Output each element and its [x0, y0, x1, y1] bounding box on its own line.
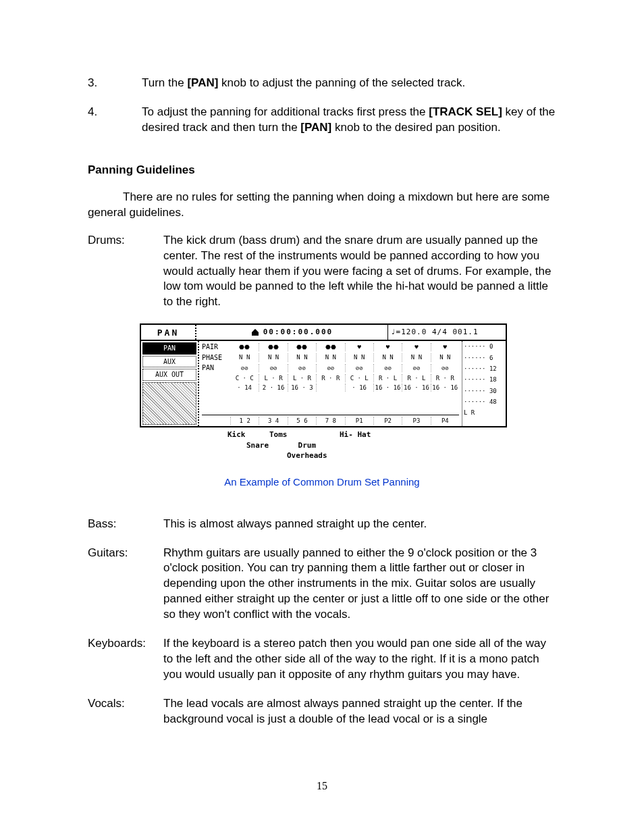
step-number: 4. — [88, 105, 142, 136]
grid-cell: · 14 — [230, 384, 259, 392]
step-text: To adjust the panning for additional tra… — [142, 105, 556, 136]
lcd-tempo: ♩=120.0 4/4 001.1 — [388, 325, 506, 340]
grid-cell: N N — [259, 353, 287, 361]
def-desc: Rhythm guitars are usually panned to eit… — [163, 546, 556, 623]
track-label: 5 6 — [288, 417, 316, 425]
grid-cell: · 16 — [345, 384, 373, 392]
track-label: 3 4 — [259, 417, 287, 425]
row-label-pair: PAIR — [202, 342, 230, 352]
def-term: Keyboards: — [88, 636, 163, 683]
menu-item-auxout: AUX OUT — [142, 369, 196, 381]
grid-cell: ⊘⊘ — [259, 364, 287, 372]
lcd-timecode-cell: 00:00:00.000 — [196, 325, 388, 340]
meter-mark: ······ 48 — [464, 398, 504, 406]
row-label-pan: PAN — [202, 363, 230, 373]
menu-empty — [142, 382, 196, 425]
grid-cell: ⊘⊘ — [230, 364, 259, 372]
grid-cell: ♥ — [402, 343, 430, 351]
grid-cell: ⊘⊘ — [431, 364, 459, 372]
grid-cell: ⬣⬣ — [259, 343, 287, 351]
grid-cell: 16 · 16 — [373, 384, 402, 392]
callout-overheads: Drum Overheads — [287, 441, 327, 461]
track-label: P3 — [402, 417, 430, 425]
step-text: Turn the [PAN] knob to adjust the pannin… — [142, 76, 556, 91]
grid-cell: L · R — [259, 374, 287, 382]
lcd-main-grid: PAIR ⬣⬣⬣⬣⬣⬣⬣⬣♥♥♥♥ PHASE N NN NN NN NN NN… — [199, 341, 462, 426]
grid-cell: N N — [373, 353, 402, 361]
row-label-phase: PHASE — [202, 353, 230, 363]
def-guitars: Guitars: Rhythm guitars are usually pann… — [88, 546, 556, 623]
def-keyboards: Keyboards: If the keyboard is a stereo p… — [88, 636, 556, 683]
lcd-screen-title: PAN — [141, 325, 196, 340]
lcd-figure: PAN 00:00:00.000 ♩=120.0 4/4 001.1 PAN A… — [140, 323, 504, 459]
meter-mark: ······ 0 — [464, 342, 504, 350]
def-term: Drums: — [88, 233, 163, 311]
meter-mark: ······ 12 — [464, 365, 504, 373]
grid-cell — [316, 384, 344, 392]
def-vocals: Vocals: The lead vocals are almost alway… — [88, 696, 556, 727]
grid-cell: N N — [288, 353, 316, 361]
grid-cell: N N — [345, 353, 373, 361]
lcd-top-bar: PAN 00:00:00.000 ♩=120.0 4/4 001.1 — [141, 325, 506, 341]
pan-knob-ref: [PAN] — [187, 76, 218, 89]
grid-cell: ⬣⬣ — [288, 343, 316, 351]
step-4: 4. To adjust the panning for additional … — [88, 105, 556, 136]
figure-caption: An Example of Common Drum Set Panning — [88, 475, 556, 489]
callout-snare: Snare — [246, 441, 269, 451]
callout-toms: Toms — [269, 430, 288, 440]
meter-mark: ······ 6 — [464, 354, 504, 362]
grid-cell: R · L — [373, 374, 402, 382]
grid-cell: 16 · 16 — [431, 384, 459, 392]
menu-item-aux: AUX — [142, 356, 196, 368]
track-label: 1 2 — [230, 417, 259, 425]
grid-cell: ♥ — [345, 343, 373, 351]
menu-item-pan: PAN — [142, 342, 196, 355]
grid-cell: N N — [431, 353, 459, 361]
meter-mark: L R — [464, 409, 504, 417]
lcd-callouts: Kick Snare Toms Drum Overheads Hi- Hat — [140, 427, 504, 459]
meter-mark: ······ 30 — [464, 387, 504, 395]
grid-cell: 16 · 3 — [288, 384, 316, 392]
grid-cell: L · R — [288, 374, 316, 382]
track-label: 7 8 — [316, 417, 344, 425]
grid-cell: N N — [230, 353, 259, 361]
callout-kick: Kick — [227, 430, 246, 440]
step-3: 3. Turn the [PAN] knob to adjust the pan… — [88, 76, 556, 91]
grid-cell: ⬣⬣ — [316, 343, 344, 351]
lcd-timecode: 00:00:00.000 — [263, 328, 333, 338]
track-label: P2 — [373, 417, 402, 425]
lcd-menu: PAN AUX AUX OUT — [141, 341, 199, 426]
grid-cell: 2 · 16 — [259, 384, 287, 392]
pan-knob-ref: [PAN] — [300, 121, 331, 134]
section-title: Panning Guidelines — [88, 163, 556, 178]
grid-cell: C · L — [345, 374, 373, 382]
def-drums: Drums: The kick drum (bass drum) and the… — [88, 233, 556, 311]
page-number: 15 — [0, 779, 644, 793]
grid-cell: N N — [402, 353, 430, 361]
grid-cell: ⊘⊘ — [288, 364, 316, 372]
home-icon — [251, 328, 259, 336]
def-desc: This is almost always panned straight up… — [163, 517, 556, 532]
grid-cell: ⊘⊘ — [316, 364, 344, 372]
grid-cell: ⬣⬣ — [230, 343, 259, 351]
grid-cell: R · R — [431, 374, 459, 382]
grid-cell: 16 · 16 — [402, 384, 430, 392]
meter-mark: ······ 18 — [464, 375, 504, 384]
grid-cell: N N — [316, 353, 344, 361]
callout-hihat: Hi- Hat — [340, 430, 371, 440]
track-label: P1 — [345, 417, 373, 425]
lcd-meter-scale: ······ 0······ 6······ 12······ 18······… — [462, 341, 506, 426]
grid-cell: ⊘⊘ — [402, 364, 430, 372]
track-label: P4 — [431, 417, 459, 425]
intro-paragraph: There are no rules for setting the panni… — [88, 190, 556, 221]
def-desc: The lead vocals are almost always panned… — [163, 696, 556, 727]
grid-cell: R · R — [316, 374, 344, 382]
def-term: Vocals: — [88, 696, 163, 727]
grid-cell: R · L — [402, 374, 430, 382]
def-desc: If the keyboard is a stereo patch then y… — [163, 636, 556, 683]
def-desc: The kick drum (bass drum) and the snare … — [163, 233, 556, 311]
track-sel-ref: [TRACK SEL] — [429, 105, 502, 118]
def-term: Bass: — [88, 517, 163, 532]
def-term: Guitars: — [88, 546, 163, 623]
grid-cell: C · C — [230, 374, 259, 382]
